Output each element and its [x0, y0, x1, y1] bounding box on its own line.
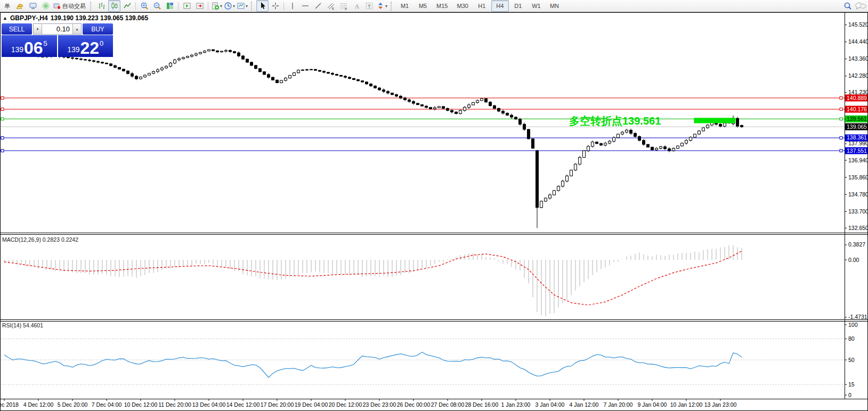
tf-d1-button[interactable]: D1 [509, 0, 527, 12]
fibonacci-icon: F [339, 2, 348, 10]
volume-control: ▼ 0.10 ▲ [33, 23, 82, 35]
tf-w1-button[interactable]: W1 [528, 0, 545, 12]
zoom-out-icon [153, 2, 161, 10]
auto-scroll-icon [183, 2, 191, 10]
tf-m30-label: M30 [456, 3, 469, 9]
ohlc-values: 139.190 139.223 139.065 139.065 [51, 14, 149, 22]
chevron-down-icon[interactable]: ▾ [233, 4, 235, 9]
buy-price-big: 22 [80, 41, 100, 55]
sell-button[interactable]: SELL [2, 23, 32, 35]
news-signal-icon-icon [42, 2, 50, 10]
gold-bars-icon[interactable] [14, 0, 26, 12]
auto-scroll-button[interactable] [181, 0, 193, 12]
indicators-button[interactable]: ▾ [210, 0, 223, 12]
crosshair-button[interactable] [269, 0, 281, 12]
chart-annotation[interactable]: 多空转折点139.561 [569, 115, 661, 127]
vertical-line-button[interactable] [286, 0, 298, 12]
sell-price-sup: 5 [44, 39, 47, 47]
green-zone-rectangle[interactable] [694, 118, 735, 123]
tf-m1-button[interactable]: M1 [396, 0, 413, 12]
chat-button[interactable] [854, 0, 867, 12]
price-axis[interactable]: 145.520144.440143.360142.280141.230137.9… [845, 21, 868, 398]
bar-chart-button[interactable] [95, 0, 108, 12]
rsi-line [4, 352, 742, 377]
auto-trading-label: 自动交易 [61, 2, 87, 10]
news-signal-icon[interactable] [39, 0, 52, 12]
fibonacci-button[interactable]: F [337, 0, 350, 12]
svg-text:143.360: 143.360 [848, 55, 868, 62]
chevron-down-icon[interactable]: ▾ [246, 4, 248, 9]
zoom-out-button[interactable] [151, 0, 163, 12]
gold-bars-icon-icon [15, 2, 25, 10]
terminal-icon-icon [29, 2, 37, 10]
buy-button[interactable]: BUY [83, 23, 113, 35]
arrows-button[interactable]: ▾ [376, 0, 388, 12]
svg-text:4 Dec 12:00: 4 Dec 12:00 [23, 401, 54, 408]
chevron-down-icon[interactable]: ▾ [385, 4, 387, 9]
toolbar-separator [178, 2, 179, 10]
chart-area[interactable]: 多空转折点139.561145.520144.440143.360142.280… [0, 0, 868, 411]
trendline-icon [314, 2, 322, 10]
tf-w1-label: W1 [531, 3, 542, 9]
auto-trading-icon [53, 2, 61, 10]
toolbar-grip [90, 2, 93, 11]
tf-h1-button[interactable]: H1 [473, 0, 491, 12]
sell-price-big: 06 [24, 41, 43, 55]
crosshair-icon [271, 2, 280, 10]
search-icon [843, 2, 852, 10]
tile-windows-button[interactable] [164, 0, 176, 12]
line-chart-icon [123, 2, 132, 10]
sell-price-display[interactable]: 139065 [2, 35, 57, 57]
new-order-button[interactable]: 单 [1, 0, 13, 12]
svg-text:11 Dec 20:00: 11 Dec 20:00 [158, 401, 191, 408]
cursor-button[interactable] [256, 0, 269, 12]
text-label-button[interactable]: T [363, 0, 375, 12]
svg-text:E: E [332, 7, 334, 10]
equidistant-channel-button[interactable]: E [325, 0, 337, 12]
svg-text:10 Jan 12:00: 10 Jan 12:00 [670, 401, 703, 408]
svg-text:7 Dec 04:00: 7 Dec 04:00 [92, 401, 122, 408]
one-click-collapse-arrow[interactable]: ▲ [3, 15, 7, 21]
zoom-in-button[interactable] [138, 0, 150, 12]
rsi-pane [0, 339, 845, 384]
tf-mn-button[interactable]: MN [546, 0, 563, 12]
svg-text:28 Dec 16:00: 28 Dec 16:00 [465, 401, 499, 408]
sell-price-prefix: 139 [11, 45, 23, 54]
tf-h4-label: H4 [495, 3, 505, 9]
toolbar-separator [208, 2, 208, 10]
time-axis[interactable]: 3 Dec 20184 Dec 12:005 Dec 20:007 Dec 04… [0, 399, 737, 408]
tf-h4-button[interactable]: H4 [491, 0, 509, 12]
zoom-in-icon [140, 2, 149, 10]
horizontal-line-button[interactable] [299, 0, 311, 12]
volume-up-button[interactable]: ▲ [72, 24, 81, 34]
search-button[interactable] [841, 0, 854, 12]
text-button[interactable]: A [350, 0, 362, 12]
arrows-icon [376, 2, 385, 10]
trendline-button[interactable] [312, 0, 324, 12]
annotation-text[interactable]: 多空转折点139.561 [569, 115, 661, 127]
svg-text:4 Jan 12:00: 4 Jan 12:00 [570, 401, 599, 408]
templates-button[interactable]: ▾ [236, 0, 248, 12]
auto-trading-button[interactable]: 自动交易 [52, 0, 87, 12]
buy-price-display[interactable]: 139220 [58, 35, 113, 57]
volume-input[interactable]: 0.10 [42, 24, 72, 34]
periods-button[interactable]: ▾ [223, 0, 236, 12]
chart-shift-button[interactable] [193, 0, 206, 12]
tf-m5-button[interactable]: M5 [414, 0, 432, 12]
macd-pane [4, 245, 742, 316]
candlestick-chart-button[interactable] [108, 0, 120, 12]
periods-icon [224, 2, 232, 10]
terminal-icon[interactable] [27, 0, 39, 12]
templates-icon [237, 2, 245, 10]
text-label-icon: T [365, 2, 374, 10]
line-chart-button[interactable] [121, 0, 133, 12]
svg-text:135.860: 135.860 [848, 174, 868, 180]
volume-down-button[interactable]: ▼ [34, 24, 42, 34]
tf-m30-button[interactable]: M30 [452, 0, 472, 12]
svg-text:139.065: 139.065 [847, 124, 867, 130]
horizontal-line-icon [301, 2, 310, 10]
tf-m15-button[interactable]: M15 [432, 0, 452, 12]
svg-text:1 Jan 23:00: 1 Jan 23:00 [501, 401, 531, 408]
indicators-icon [211, 2, 220, 10]
chevron-down-icon[interactable]: ▾ [220, 4, 222, 9]
